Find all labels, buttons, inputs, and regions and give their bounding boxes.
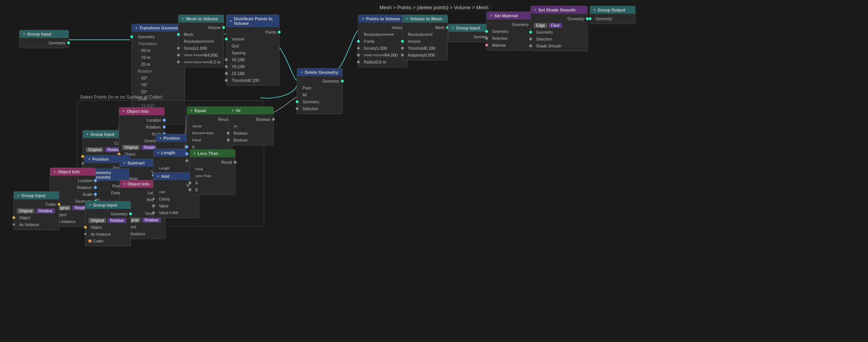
oi1-loc-out-socket[interactable] xyxy=(163,119,166,122)
collapse-icon-pos1[interactable]: ▼ xyxy=(88,158,91,161)
dp-pts-out-socket[interactable] xyxy=(278,31,281,34)
gi5-relative-btn[interactable]: Relative xyxy=(108,218,126,223)
lt-a-in-socket[interactable] xyxy=(188,181,191,184)
group-input-header-1[interactable]: ▼ Group Input xyxy=(20,30,69,38)
collapse-icon-vtm[interactable]: ▼ xyxy=(405,17,409,21)
dg-sel-in[interactable] xyxy=(296,107,299,110)
collapse-icon-go[interactable]: ▼ xyxy=(593,8,596,12)
oi2-header[interactable]: ▼ Object Info xyxy=(50,168,95,176)
or-bool-a-in-socket[interactable] xyxy=(227,132,230,135)
sss-face-btn[interactable]: Face xyxy=(549,23,562,28)
equal-b-in-socket[interactable] xyxy=(185,152,188,155)
gi4-cutter-out[interactable] xyxy=(57,203,60,206)
gi5-header[interactable]: ▼ Group Input xyxy=(85,201,131,209)
oi2-loc-out-socket[interactable] xyxy=(94,179,97,182)
go-geo-in[interactable] xyxy=(588,17,592,20)
collapse-icon-oi3[interactable]: ▼ xyxy=(123,182,126,186)
set-shade-smooth-header[interactable]: ▼ Set Shade Smooth xyxy=(531,6,587,14)
collapse-icon-dg[interactable]: ▼ xyxy=(300,71,303,74)
sm-geo-in-socket[interactable] xyxy=(485,30,488,33)
collapse-icon-add[interactable]: ▼ xyxy=(157,175,160,178)
collapse-icon-length[interactable]: ▼ xyxy=(157,151,160,155)
mv-ibw-in[interactable] xyxy=(177,60,180,64)
distribute-points-header[interactable]: ▼ Distribute Points In Volume xyxy=(226,15,279,27)
sm-mat-in[interactable] xyxy=(485,44,488,47)
oi1-rot-out-socket[interactable] xyxy=(163,125,166,129)
collapse-icon-dp[interactable]: ▼ xyxy=(229,20,232,23)
add-b-in-socket[interactable] xyxy=(152,211,155,214)
collapse-icon-lt[interactable]: ▼ xyxy=(193,152,196,155)
collapse-icon-sm[interactable]: ▼ xyxy=(490,14,493,18)
sss-edge-btn[interactable]: Edge xyxy=(534,23,547,28)
oi1-header[interactable]: ▼ Object Info xyxy=(119,107,164,115)
delete-geometry-header[interactable]: ▼ Delete Geometry xyxy=(297,68,342,76)
ptv-density-in[interactable] xyxy=(357,47,360,50)
sss-geo-in-socket[interactable] xyxy=(529,31,532,34)
vtm-adapt-in[interactable] xyxy=(401,54,404,57)
gi4-relative-btn[interactable]: Relative xyxy=(36,208,54,213)
ptv-pts-in[interactable] xyxy=(357,40,360,43)
set-material-header[interactable]: ▼ Set Material xyxy=(487,12,532,20)
collapse-icon-gi2[interactable]: ▼ xyxy=(451,26,454,30)
ptv-radius-in[interactable] xyxy=(357,60,360,64)
collapse-icon-sss[interactable]: ▼ xyxy=(534,8,537,12)
collapse-icon-oi1[interactable]: ▼ xyxy=(122,110,125,113)
collapse-icon-gi3[interactable]: ▼ xyxy=(86,133,89,136)
mesh-to-volume-header[interactable]: ▼ Mesh to Volume xyxy=(178,15,224,23)
tg-geo-in[interactable] xyxy=(130,35,133,38)
transform-geometry-header[interactable]: ▼ Transform Geometry xyxy=(132,24,185,32)
gi3-ai-in[interactable] xyxy=(82,162,84,164)
gi5-geo-out[interactable] xyxy=(129,212,132,215)
collapse-icon-tg[interactable]: ▼ xyxy=(135,26,138,30)
gi4-original-btn[interactable]: Original xyxy=(17,208,34,213)
collapse-icon-or[interactable]: ▼ xyxy=(231,109,234,112)
or-header[interactable]: ▼ Or xyxy=(228,107,273,114)
lt-result-out-socket[interactable] xyxy=(234,161,237,164)
oi2-rot-out-socket[interactable] xyxy=(94,186,97,189)
ptv-voxel-in[interactable] xyxy=(357,54,360,57)
oi2-scale-out-socket[interactable] xyxy=(94,193,97,196)
or-bool-out-socket[interactable] xyxy=(272,118,275,121)
vtm-thresh-in[interactable] xyxy=(401,47,404,50)
lt-b-in-socket[interactable] xyxy=(188,188,191,191)
geometry-socket-out[interactable] xyxy=(67,41,70,44)
gi5-original-btn[interactable]: Original xyxy=(88,218,106,223)
gi5-obj-in[interactable] xyxy=(84,226,87,229)
equal-a-in-socket[interactable] xyxy=(185,145,188,148)
collapse-icon-equal[interactable]: ▼ xyxy=(190,109,193,112)
gi4-obj-in[interactable] xyxy=(12,216,15,219)
vtm-header[interactable]: ▼ Volume to Mesh xyxy=(402,15,448,23)
dp-vol-in-socket[interactable] xyxy=(225,37,228,41)
sm-sel-in[interactable] xyxy=(485,37,488,40)
ptv-header[interactable]: ▼ Points to Volume xyxy=(358,15,407,23)
dp-sy-in[interactable] xyxy=(225,65,228,68)
collapse-icon-gi4[interactable]: ▼ xyxy=(17,194,20,197)
gi3-original-btn[interactable]: Original xyxy=(86,147,103,152)
mv-density-in[interactable] xyxy=(177,47,180,50)
equal-header[interactable]: ▼ Equal xyxy=(187,107,232,114)
add-a-in-socket[interactable] xyxy=(152,204,155,207)
mv-voxel-in[interactable] xyxy=(177,54,180,57)
collapse-icon-sub[interactable]: ▼ xyxy=(123,161,126,165)
lt-header[interactable]: ▼ Less Than xyxy=(190,150,235,157)
gi3-obj-in[interactable] xyxy=(81,155,84,158)
gi4-ai-in[interactable] xyxy=(13,223,15,226)
sss-shade-in[interactable] xyxy=(529,44,532,47)
dp-sz-in[interactable] xyxy=(225,72,228,75)
collapse-icon-mv[interactable]: ▼ xyxy=(181,17,185,21)
equal-eps-in-socket[interactable] xyxy=(185,159,188,162)
collapse-icon-ptv[interactable]: ▼ xyxy=(361,17,365,21)
dp-thresh-in[interactable] xyxy=(225,79,228,82)
oi3-relative-btn[interactable]: Relative xyxy=(142,218,160,223)
dg-geo-out-socket[interactable] xyxy=(341,80,344,83)
or-bool-b-in-socket[interactable] xyxy=(227,138,230,142)
vtm-vol-in[interactable] xyxy=(401,40,404,43)
mv-mesh-in[interactable] xyxy=(177,33,180,36)
add-clamp-in[interactable] xyxy=(152,198,155,200)
collapse-icon-pos2[interactable]: ▼ xyxy=(159,137,162,140)
group-output-header[interactable]: ▼ Group Output xyxy=(590,6,635,14)
gi5-ai-in[interactable] xyxy=(84,233,87,235)
collapse-icon-oi2[interactable]: ▼ xyxy=(53,170,56,174)
collapse-icon-1[interactable]: ▼ xyxy=(23,33,26,36)
sss-sel-in[interactable] xyxy=(529,37,532,41)
